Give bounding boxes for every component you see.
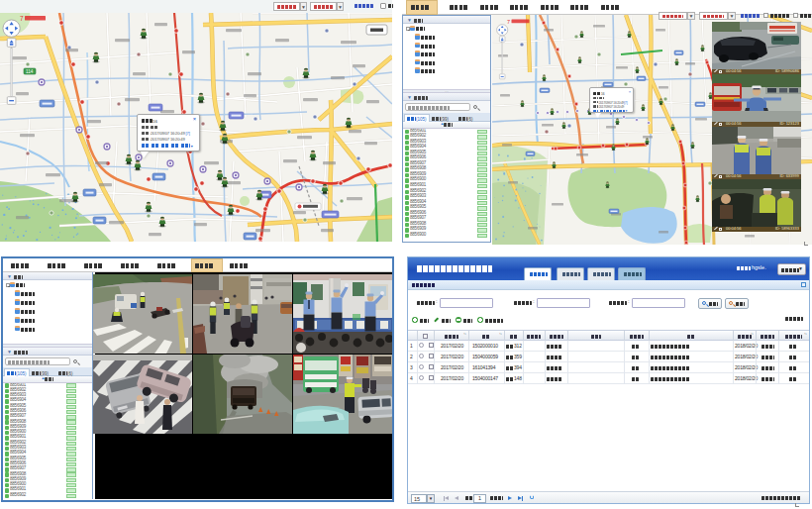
- svg-text:114: 114: [26, 69, 34, 74]
- svg-text:7: 7: [20, 15, 24, 22]
- svg-text:7: 7: [507, 19, 510, 25]
